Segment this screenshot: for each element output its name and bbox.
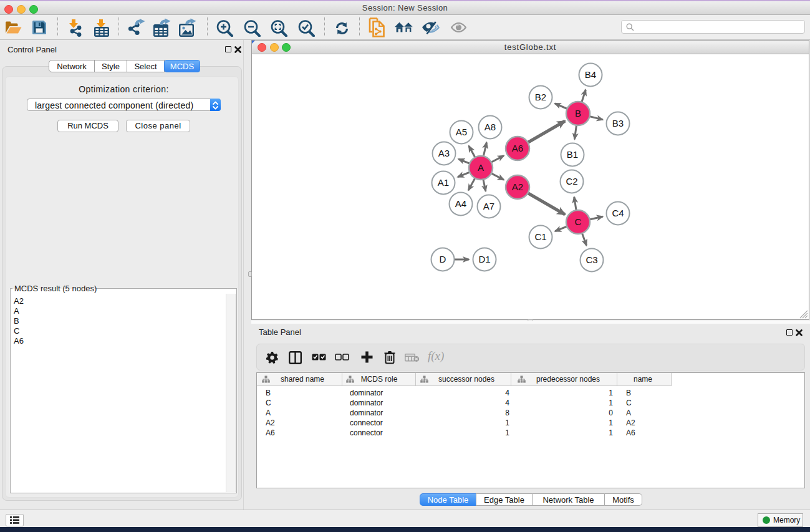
svg-text:D: D	[440, 254, 446, 264]
svg-text:B2: B2	[535, 92, 546, 102]
svg-text:C2: C2	[566, 176, 577, 186]
svg-text:C4: C4	[612, 208, 624, 218]
svg-text:A: A	[478, 162, 484, 173]
svg-text:D1: D1	[478, 254, 490, 264]
svg-text:A7: A7	[483, 201, 494, 211]
svg-text:A6: A6	[512, 143, 523, 153]
svg-text:B: B	[575, 108, 581, 118]
svg-text:A3: A3	[438, 148, 450, 158]
svg-text:B4: B4	[585, 69, 596, 80]
svg-text:C: C	[575, 216, 582, 227]
svg-text:A4: A4	[455, 198, 466, 209]
svg-text:A8: A8	[485, 122, 496, 132]
svg-text:A5: A5	[456, 127, 467, 137]
svg-text:A1: A1	[438, 177, 449, 188]
svg-text:C3: C3	[586, 254, 597, 265]
svg-text:B3: B3	[612, 118, 624, 128]
svg-text:C1: C1	[534, 231, 546, 242]
svg-text:A2: A2	[512, 181, 523, 192]
svg-text:B1: B1	[567, 149, 578, 160]
